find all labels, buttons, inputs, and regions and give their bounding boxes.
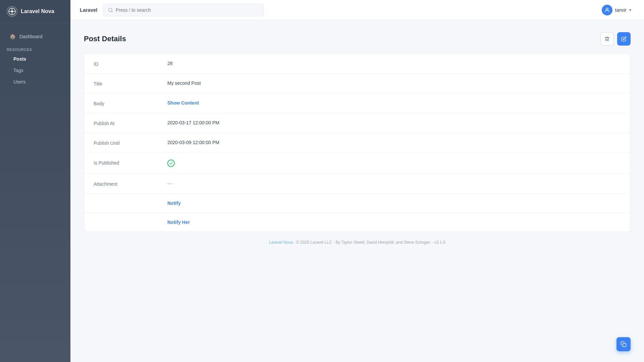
sidebar-logo-text: Laravel Nova — [21, 8, 54, 14]
field-value-publish-at: 2020-03-17 12:00:00 PM — [167, 120, 621, 125]
copy-icon — [621, 341, 627, 347]
sidebar-item-tags[interactable]: Tags — [3, 65, 68, 76]
resources-section-label: Resources — [0, 44, 70, 53]
field-value-id: 28 — [167, 61, 621, 66]
page-header: Post Details — [84, 32, 631, 46]
content-area: Post Details — [70, 20, 644, 362]
sidebar-item-dashboard[interactable]: 🏠 Dashboard — [3, 30, 68, 43]
sidebar-item-dashboard-label: Dashboard — [19, 34, 43, 39]
notify-her-link[interactable]: Notify Her — [167, 220, 621, 225]
user-menu-button[interactable]: tanvir ▾ — [598, 3, 635, 17]
field-label-publish-at: Publish At — [94, 120, 167, 126]
edit-icon — [621, 36, 627, 42]
laravel-nova-logo-icon — [7, 6, 17, 17]
footer: Laravel Nova · © 2020 Laravel LLC - By T… — [84, 232, 631, 253]
breadcrumb: Laravel — [80, 7, 98, 13]
table-row: Attachment — — [84, 174, 630, 194]
username-label: tanvir — [615, 7, 627, 13]
field-label-id: ID — [94, 61, 167, 67]
svg-line-6 — [111, 11, 112, 12]
page-title: Post Details — [84, 35, 126, 43]
sidebar-navigation: 🏠 Dashboard Resources Posts Tags Users — [0, 23, 70, 94]
sidebar-logo[interactable]: Laravel Nova — [0, 0, 70, 23]
sidebar: Laravel Nova 🏠 Dashboard Resources Posts… — [0, 0, 70, 362]
home-icon: 🏠 — [9, 33, 16, 40]
footer-separator-1: · — [294, 240, 296, 245]
field-label-is-published: Is Published — [94, 160, 167, 166]
trash-icon — [604, 36, 610, 42]
field-value-publish-until: 2020-03-09 12:00:00 PM — [167, 140, 621, 145]
sidebar-item-posts[interactable]: Posts — [3, 54, 68, 64]
notify-link[interactable]: Notify — [167, 200, 621, 206]
edit-button[interactable] — [617, 32, 631, 46]
detail-card: ID 28 Title My second Post Body Show Con… — [84, 54, 631, 232]
field-label-attachment: Attachment — [94, 181, 167, 187]
table-row: Notify Her — [84, 213, 630, 232]
check-circle-icon — [167, 160, 175, 167]
sidebar-item-tags-label: Tags — [13, 68, 23, 73]
search-icon — [108, 7, 113, 13]
table-row: Is Published — [84, 153, 630, 174]
chevron-down-icon: ▾ — [629, 8, 631, 12]
sidebar-item-posts-label: Posts — [13, 56, 26, 62]
table-row: Notify — [84, 194, 630, 213]
sidebar-item-users-label: Users — [13, 79, 26, 84]
header-right: tanvir ▾ — [598, 3, 635, 17]
field-label-notify — [94, 200, 167, 201]
user-avatar-icon — [602, 5, 612, 15]
show-content-link[interactable]: Show Content — [167, 100, 621, 106]
svg-point-7 — [606, 8, 608, 10]
footer-copyright: © 2020 Laravel LLC - By Taylor Otwell, D… — [296, 240, 431, 245]
field-label-body: Body — [94, 100, 167, 106]
field-label-title: Title — [94, 80, 167, 86]
search-input[interactable] — [116, 7, 259, 13]
field-label-publish-until: Publish Until — [94, 140, 167, 146]
main-area: Laravel tanvir ▾ Post Details — [70, 0, 644, 362]
footer-version: v3.1.0 — [434, 240, 445, 245]
float-action-button[interactable] — [616, 337, 631, 351]
footer-nova-link[interactable]: Laravel Nova — [269, 240, 293, 245]
table-row: Publish At 2020-03-17 12:00:00 PM — [84, 113, 630, 133]
svg-rect-8 — [623, 344, 626, 347]
delete-button[interactable] — [600, 32, 614, 46]
field-value-title: My second Post — [167, 80, 621, 86]
table-row: ID 28 — [84, 54, 630, 74]
page-actions — [600, 32, 631, 46]
header: Laravel tanvir ▾ — [70, 0, 644, 20]
sidebar-item-users[interactable]: Users — [3, 76, 68, 87]
search-bar[interactable] — [103, 4, 264, 16]
table-row: Title My second Post — [84, 74, 630, 94]
table-row: Publish Until 2020-03-09 12:00:00 PM — [84, 133, 630, 153]
field-value-attachment: — — [167, 181, 621, 186]
field-label-notify-her — [94, 220, 167, 220]
table-row: Body Show Content — [84, 94, 630, 113]
field-value-is-published — [167, 160, 621, 167]
